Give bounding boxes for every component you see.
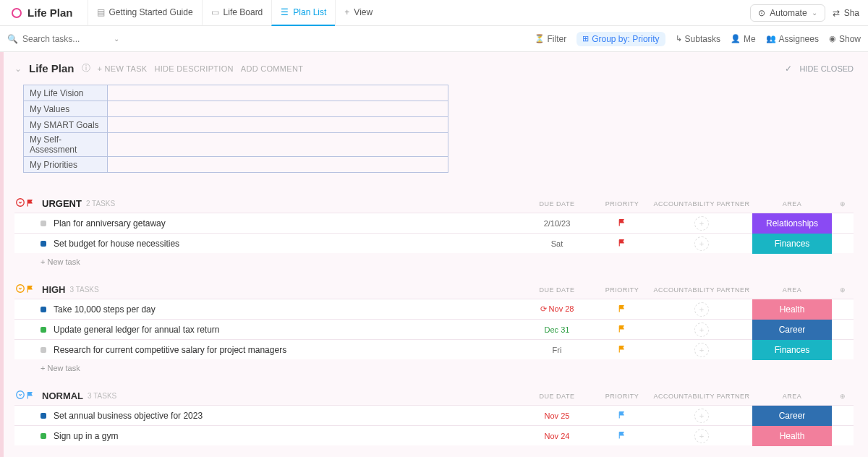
- col-header-accountability[interactable]: ACCOUNTABILITY PARTNER: [651, 286, 752, 294]
- task-status-square[interactable]: [41, 347, 46, 353]
- col-header-priority[interactable]: PRIORITY: [593, 393, 651, 400]
- task-due-date[interactable]: Nov 24: [521, 432, 593, 440]
- col-header-due-date[interactable]: DUE DATE: [521, 286, 593, 294]
- col-header-priority[interactable]: PRIORITY: [593, 286, 651, 294]
- task-row[interactable]: Plan for anniversary getaway2/10/23+Rela…: [14, 213, 854, 233]
- task-accountability[interactable]: +: [651, 343, 752, 357]
- task-due-date[interactable]: ⟳ Nov 28: [521, 304, 593, 314]
- plan-table-row[interactable]: My Self-Assessment: [24, 133, 448, 157]
- plan-row-value[interactable]: [108, 117, 448, 133]
- task-area[interactable]: Finances: [752, 234, 832, 254]
- plan-row-value[interactable]: [108, 157, 448, 173]
- page-title-wrap[interactable]: Life Plan: [6, 7, 79, 19]
- task-accountability[interactable]: +: [651, 323, 752, 337]
- task-due-date[interactable]: Fri: [521, 346, 593, 354]
- search-input[interactable]: [22, 34, 109, 44]
- plan-table-row[interactable]: My Values: [24, 101, 448, 117]
- col-header-due-date[interactable]: DUE DATE: [521, 393, 593, 400]
- task-priority[interactable]: [593, 239, 651, 249]
- task-due-date[interactable]: Dec 31: [521, 325, 593, 334]
- automate-button[interactable]: ⊙ Automate ⌄: [750, 4, 825, 22]
- task-status-square[interactable]: [41, 241, 46, 247]
- task-row[interactable]: Set annual business objective for 2023No…: [14, 405, 854, 425]
- group-by-button[interactable]: ⊞ Group by: Priority: [576, 32, 665, 46]
- chevron-down-icon[interactable]: ⌄: [114, 35, 119, 43]
- me-button[interactable]: 👤 Me: [731, 34, 756, 44]
- col-header-accountability[interactable]: ACCOUNTABILITY PARTNER: [651, 393, 752, 400]
- task-name[interactable]: Update general ledger for annual tax ret…: [54, 325, 219, 335]
- add-comment-link[interactable]: ADD COMMENT: [241, 64, 303, 73]
- task-accountability[interactable]: +: [651, 216, 752, 231]
- add-column-button[interactable]: ⊕: [832, 200, 854, 208]
- task-area[interactable]: Relationships: [752, 213, 832, 234]
- task-status-square[interactable]: [41, 307, 46, 312]
- task-row[interactable]: Set budget for house necessitiesSat+Fina…: [14, 233, 854, 253]
- plan-row-value[interactable]: [108, 101, 448, 117]
- add-column-button[interactable]: ⊕: [832, 393, 854, 400]
- task-priority[interactable]: [593, 218, 651, 228]
- task-name[interactable]: Sign up in a gym: [54, 431, 118, 441]
- add-column-button[interactable]: ⊕: [832, 286, 854, 294]
- group-caret-icon[interactable]: [14, 197, 26, 210]
- hide-closed-link[interactable]: HIDE CLOSED: [799, 64, 854, 73]
- task-row[interactable]: Update general ledger for annual tax ret…: [14, 319, 854, 339]
- task-priority[interactable]: [593, 345, 651, 355]
- task-priority[interactable]: [593, 304, 651, 315]
- show-button[interactable]: ◉ Show: [829, 34, 861, 44]
- group-header[interactable]: HIGH3 TASKSDUE DATEPRIORITYACCOUNTABILIT…: [14, 281, 854, 299]
- collapse-caret-icon[interactable]: ⌄: [14, 64, 22, 74]
- col-header-area[interactable]: AREA: [752, 393, 832, 400]
- col-header-priority[interactable]: PRIORITY: [593, 200, 651, 208]
- task-name[interactable]: Set annual business objective for 2023: [54, 411, 203, 421]
- col-header-accountability[interactable]: ACCOUNTABILITY PARTNER: [651, 200, 752, 208]
- tab-life-board[interactable]: ▭ Life Board: [202, 0, 272, 26]
- share-button[interactable]: ⇄ Sha: [830, 5, 862, 21]
- filter-button[interactable]: ⏳ Filter: [535, 34, 567, 44]
- task-area[interactable]: Career: [752, 320, 832, 340]
- info-icon[interactable]: ⓘ: [82, 62, 90, 74]
- group-header[interactable]: URGENT2 TASKSDUE DATEPRIORITYACCOUNTABIL…: [14, 195, 854, 213]
- group-caret-icon[interactable]: [14, 283, 26, 296]
- hide-description-link[interactable]: HIDE DESCRIPTION: [154, 64, 233, 73]
- task-priority[interactable]: [593, 325, 651, 335]
- task-name[interactable]: Take 10,000 steps per day: [54, 304, 156, 315]
- col-header-area[interactable]: AREA: [752, 286, 832, 294]
- task-area[interactable]: Health: [752, 426, 832, 446]
- assignees-button[interactable]: 👥 Assignees: [766, 34, 819, 44]
- task-name[interactable]: Set budget for house necessities: [54, 239, 179, 249]
- plan-table-row[interactable]: My Life Vision: [24, 85, 448, 101]
- task-accountability[interactable]: +: [651, 409, 752, 423]
- new-task-link[interactable]: + New task: [14, 359, 854, 372]
- task-status-square[interactable]: [41, 221, 46, 226]
- subtasks-button[interactable]: ↳ Subtasks: [676, 34, 720, 44]
- search-wrap[interactable]: 🔍 ⌄: [7, 34, 119, 44]
- task-area[interactable]: Health: [752, 299, 832, 320]
- task-status-square[interactable]: [41, 433, 46, 439]
- tab-plan-list[interactable]: ☰ Plan List: [271, 0, 335, 26]
- col-header-due-date[interactable]: DUE DATE: [521, 200, 593, 208]
- new-task-link[interactable]: + NEW TASK: [98, 64, 148, 73]
- plan-table-row[interactable]: My SMART Goals: [24, 117, 448, 133]
- task-due-date[interactable]: 2/10/23: [521, 219, 593, 228]
- task-accountability[interactable]: +: [651, 236, 752, 251]
- task-priority[interactable]: [593, 411, 651, 421]
- task-name[interactable]: Plan for anniversary getaway: [54, 218, 166, 228]
- task-row[interactable]: Sign up in a gymNov 24+Health: [14, 425, 854, 445]
- task-accountability[interactable]: +: [651, 429, 752, 443]
- group-caret-icon[interactable]: [14, 390, 26, 402]
- task-due-date[interactable]: Nov 25: [521, 411, 593, 420]
- plan-table[interactable]: My Life VisionMy ValuesMy SMART GoalsMy …: [23, 85, 448, 173]
- task-status-square[interactable]: [41, 413, 46, 419]
- task-name[interactable]: Research for current competitive salary …: [54, 345, 286, 355]
- task-due-date[interactable]: Sat: [521, 239, 593, 248]
- tab-getting-started[interactable]: ▤ Getting Started Guide: [88, 0, 202, 26]
- plan-table-row[interactable]: My Priorities: [24, 157, 448, 173]
- task-priority[interactable]: [593, 431, 651, 441]
- task-area[interactable]: Career: [752, 406, 832, 426]
- plan-row-value[interactable]: [108, 133, 448, 157]
- col-header-area[interactable]: AREA: [752, 200, 832, 208]
- plan-row-value[interactable]: [108, 85, 448, 101]
- task-accountability[interactable]: +: [651, 302, 752, 317]
- task-status-square[interactable]: [41, 327, 46, 333]
- task-row[interactable]: Take 10,000 steps per day⟳ Nov 28+Health: [14, 299, 854, 319]
